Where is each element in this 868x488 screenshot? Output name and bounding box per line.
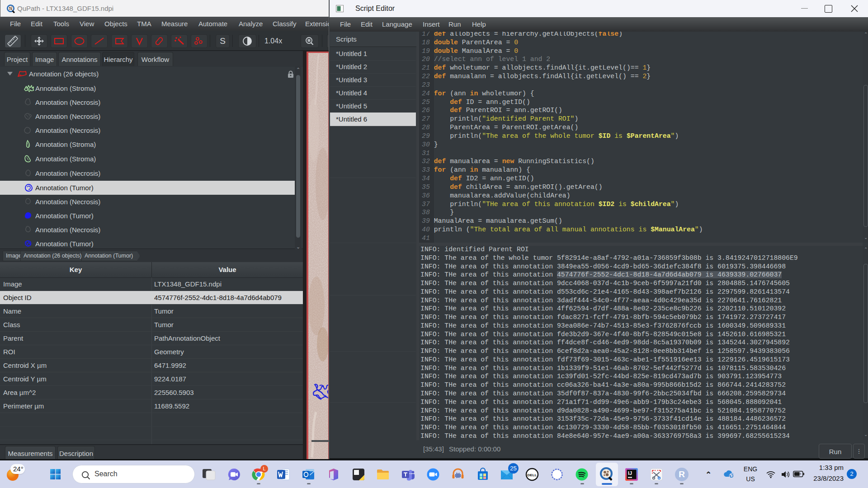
- svg-text:DELL: DELL: [528, 473, 537, 477]
- svg-text:IJ: IJ: [628, 470, 632, 476]
